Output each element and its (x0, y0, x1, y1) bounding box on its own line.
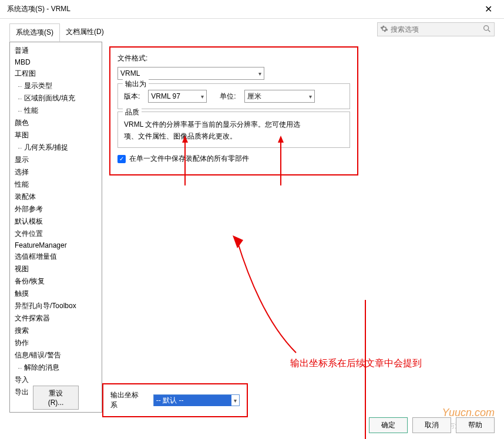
cancel-button[interactable]: 取消 (412, 417, 451, 433)
chevron-down-icon: ▾ (309, 93, 312, 100)
tree-item[interactable]: FeatureManager (10, 240, 102, 251)
coord-select[interactable]: -- 默认 -- ▾ (153, 394, 240, 406)
tab-document-properties[interactable]: 文档属性(D) (60, 23, 110, 42)
unit-select[interactable]: 厘米 ▾ (244, 90, 315, 103)
svg-point-0 (484, 25, 489, 30)
tree-item[interactable]: 触摸 (10, 288, 102, 300)
version-value: VRML 97 (151, 92, 180, 100)
chevron-down-icon: ▾ (258, 70, 261, 77)
output-fieldset: 输出为 版本: VRML 97 ▾ 单位: 厘米 ▾ (117, 83, 350, 109)
chevron-down-icon: ▾ (231, 397, 239, 404)
single-file-label: 在单一文件中保存装配体的所有零部件 (129, 154, 249, 164)
tree-item[interactable]: 性能 (10, 178, 102, 191)
tree-item[interactable]: 选择 (10, 166, 102, 178)
tree-item[interactable]: 备份/恢复 (10, 275, 102, 288)
svg-marker-6 (233, 235, 243, 248)
search-icon[interactable] (482, 24, 492, 35)
tree-item[interactable]: 视图 (10, 263, 102, 275)
tree-item[interactable]: 工程图 (10, 67, 102, 80)
annotation-box-bottom: 输出坐标系 -- 默认 -- ▾ (102, 383, 248, 417)
window-title: 系统选项(S) - VRML (7, 4, 70, 14)
tree-item[interactable]: 文件位置 (10, 228, 102, 240)
close-icon[interactable]: ✕ (480, 4, 497, 15)
quality-text-1: VRML 文件的分辨率基于当前的显示分辨率。您可使用选 (124, 119, 344, 130)
file-format-label: 文件格式: (117, 53, 147, 63)
tree-item[interactable]: 区域剖面线/填充 (10, 92, 102, 104)
search-box[interactable] (377, 22, 495, 36)
tree-item[interactable]: MBD (10, 57, 102, 67)
quality-fieldset: 品质 VRML 文件的分辨率基于当前的显示分辨率。您可使用选 项、文件属性、图像… (117, 112, 350, 148)
annotation-text: 输出坐标系在后续文章中会提到 (290, 357, 422, 370)
tree-item[interactable]: 信息/错误/警告 (10, 349, 102, 362)
version-label: 版本: (124, 92, 140, 102)
annotation-box-top: 文件格式: VRML ▾ 输出为 版本: VRML 97 ▾ 单位: (109, 46, 358, 175)
coord-value: -- 默认 -- (154, 395, 231, 406)
tree-item[interactable]: 异型孔向导/Toolbox (10, 300, 102, 312)
tree-item[interactable]: 几何关系/捕捉 (10, 141, 102, 154)
version-select[interactable]: VRML 97 ▾ (148, 90, 207, 103)
quality-text-2: 项、文件属性、图像品质将此更改。 (124, 131, 344, 141)
single-file-checkbox[interactable]: ✓ (117, 155, 126, 163)
tree-item[interactable]: 搜索 (10, 325, 102, 337)
svg-line-1 (488, 30, 490, 32)
unit-value: 厘米 (247, 92, 261, 102)
file-format-select[interactable]: VRML ▾ (117, 67, 264, 80)
chevron-down-icon: ▾ (201, 93, 204, 100)
help-button[interactable]: 帮助 (456, 417, 495, 433)
tree-item[interactable]: 颜色 (10, 117, 102, 129)
tree-item[interactable]: 性能 (10, 104, 102, 117)
tree-item[interactable]: 装配体 (10, 191, 102, 203)
search-input[interactable] (391, 25, 482, 33)
tree-item[interactable]: 草图 (10, 129, 102, 141)
tree-item[interactable]: 默认模板 (10, 215, 102, 228)
file-format-value: VRML (120, 69, 140, 77)
tab-system-options[interactable]: 系统选项(S) (9, 23, 60, 42)
tree-item[interactable]: 显示 (10, 154, 102, 166)
gear-icon (380, 25, 388, 35)
tree-item[interactable]: 协作 (10, 337, 102, 349)
reset-button[interactable]: 重设(R)... (33, 386, 79, 410)
tree-item[interactable]: 外部参考 (10, 203, 102, 215)
tree-item[interactable]: 导入 (10, 374, 102, 386)
coord-label: 输出坐标系 (110, 390, 145, 410)
tree-item[interactable]: 解除的消息 (10, 362, 102, 374)
quality-legend: 品质 (123, 107, 142, 117)
tree-item[interactable]: 选值框增量值 (10, 251, 102, 263)
ok-button[interactable]: 确定 (369, 417, 408, 433)
unit-label: 单位: (220, 92, 236, 102)
options-tree[interactable]: 普通MBD工程图显示类型区域剖面线/填充性能颜色草图几何关系/捕捉显示选择性能装… (9, 42, 102, 413)
tree-item[interactable]: 文件探索器 (10, 312, 102, 325)
output-legend: 输出为 (123, 79, 149, 89)
tree-item[interactable]: 普通 (10, 45, 102, 57)
tree-item[interactable]: 显示类型 (10, 80, 102, 92)
